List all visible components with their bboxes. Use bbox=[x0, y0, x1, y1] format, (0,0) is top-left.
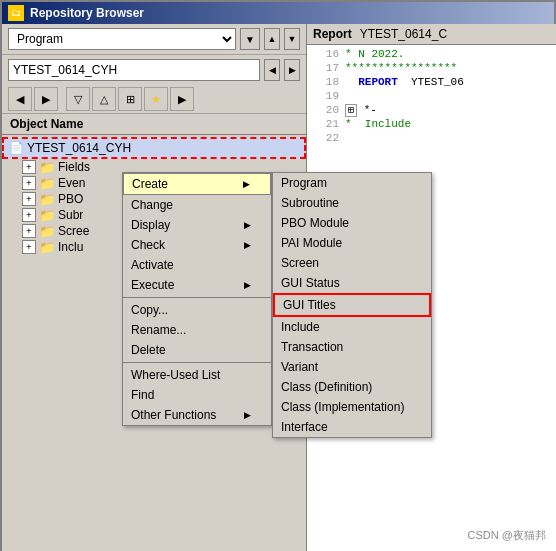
ctx-execute[interactable]: Execute ▶ bbox=[123, 275, 271, 295]
code-line-18: 18 REPORT YTEST_06 bbox=[307, 75, 556, 89]
report-value: YTEST_0614_C bbox=[360, 27, 447, 41]
folder-icon-subr: 📁 bbox=[39, 208, 55, 222]
line-num-21: 21 bbox=[311, 118, 339, 130]
input-row: ◀ ▶ bbox=[2, 55, 306, 85]
sub-program[interactable]: Program bbox=[273, 173, 431, 193]
ctx-sep-2 bbox=[123, 362, 271, 363]
tree-label-subr: Subr bbox=[58, 208, 83, 222]
forward-btn[interactable]: ▶ bbox=[34, 87, 58, 111]
object-name-input[interactable] bbox=[8, 59, 260, 81]
ctx-execute-arrow: ▶ bbox=[244, 280, 251, 290]
root-icon: 📄 bbox=[8, 141, 24, 155]
ctx-delete[interactable]: Delete bbox=[123, 340, 271, 360]
context-menu: Create ▶ Change Display ▶ Check ▶ Activa… bbox=[122, 172, 272, 426]
ctx-where-used[interactable]: Where-Used List bbox=[123, 365, 271, 385]
code-line-20: 20 ⊞ *- bbox=[307, 103, 556, 117]
code-line-22: 22 bbox=[307, 131, 556, 145]
tree-label-pbo: PBO bbox=[58, 192, 83, 206]
folder-icon-inclu: 📁 bbox=[39, 240, 55, 254]
line-num-22: 22 bbox=[311, 132, 339, 144]
sub-pbo-module[interactable]: PBO Module bbox=[273, 213, 431, 233]
ctx-copy[interactable]: Copy... bbox=[123, 300, 271, 320]
report-label: Report bbox=[313, 27, 352, 41]
expand-pbo[interactable]: + bbox=[22, 192, 36, 206]
line-num-18: 18 bbox=[311, 76, 339, 88]
folder-icon-fields: 📁 bbox=[39, 160, 55, 174]
expand-fields[interactable]: + bbox=[22, 160, 36, 174]
line-num-19: 19 bbox=[311, 90, 339, 102]
line-num-17: 17 bbox=[311, 62, 339, 74]
watermark: CSDN @夜猫邦 bbox=[468, 528, 546, 543]
sub-transaction[interactable]: Transaction bbox=[273, 337, 431, 357]
sub-pai-module[interactable]: PAI Module bbox=[273, 233, 431, 253]
code-area: 16 * N 2022. 17 ***************** 18 REP… bbox=[307, 45, 556, 147]
sub-include[interactable]: Include bbox=[273, 317, 431, 337]
more-btn[interactable]: ▶ bbox=[170, 87, 194, 111]
ctx-rename[interactable]: Rename... bbox=[123, 320, 271, 340]
ctx-check-arrow: ▶ bbox=[244, 240, 251, 250]
report-header: Report YTEST_0614_C bbox=[307, 24, 556, 45]
ctx-create-arrow: ▶ bbox=[243, 179, 250, 189]
line-num-16: 16 bbox=[311, 48, 339, 60]
sub-interface[interactable]: Interface bbox=[273, 417, 431, 437]
scroll-up-btn[interactable]: ▲ bbox=[264, 28, 280, 50]
expand-subr[interactable]: + bbox=[22, 208, 36, 222]
expand-scree[interactable]: + bbox=[22, 224, 36, 238]
sub-variant[interactable]: Variant bbox=[273, 357, 431, 377]
ctx-display[interactable]: Display ▶ bbox=[123, 215, 271, 235]
ctx-sep-1 bbox=[123, 297, 271, 298]
ctx-change[interactable]: Change bbox=[123, 195, 271, 215]
app-icon: 🗂 bbox=[8, 5, 24, 21]
sub-class-impl[interactable]: Class (Implementation) bbox=[273, 397, 431, 417]
code-line-19: 19 bbox=[307, 89, 556, 103]
back-btn[interactable]: ◀ bbox=[8, 87, 32, 111]
tree-label-scree: Scree bbox=[58, 224, 89, 238]
submenu: Program Subroutine PBO Module PAI Module… bbox=[272, 172, 432, 438]
folder-icon-events: 📁 bbox=[39, 176, 55, 190]
folder-icon-scree: 📁 bbox=[39, 224, 55, 238]
title-bar: 🗂 Repository Browser bbox=[2, 2, 554, 24]
sort-btn[interactable]: △ bbox=[92, 87, 116, 111]
tree-label-events: Even bbox=[58, 176, 85, 190]
ctx-find[interactable]: Find bbox=[123, 385, 271, 405]
object-type-dropdown[interactable]: Program Function Group Class bbox=[8, 28, 236, 50]
nav-right-btn[interactable]: ▶ bbox=[284, 59, 300, 81]
window-title: Repository Browser bbox=[30, 6, 144, 20]
sub-screen[interactable]: Screen bbox=[273, 253, 431, 273]
line-num-20: 20 bbox=[311, 104, 339, 116]
tree-root-label: YTEST_0614_CYH bbox=[27, 141, 131, 155]
nav-left-btn[interactable]: ◀ bbox=[264, 59, 280, 81]
scroll-down-btn[interactable]: ▼ bbox=[284, 28, 300, 50]
code-line-17: 17 ***************** bbox=[307, 61, 556, 75]
code-line-21: 21 * Include bbox=[307, 117, 556, 131]
ctx-activate[interactable]: Activate bbox=[123, 255, 271, 275]
tree-root-item[interactable]: 📄 YTEST_0614_CYH bbox=[2, 137, 306, 159]
dropdown-row: Program Function Group Class ▼ ▲ ▼ bbox=[2, 24, 306, 55]
sub-class-def[interactable]: Class (Definition) bbox=[273, 377, 431, 397]
star-btn[interactable]: ★ bbox=[144, 87, 168, 111]
ctx-other-arrow: ▶ bbox=[244, 410, 251, 420]
sub-subroutine[interactable]: Subroutine bbox=[273, 193, 431, 213]
tree-label-inclu: Inclu bbox=[58, 240, 83, 254]
ctx-other[interactable]: Other Functions ▶ bbox=[123, 405, 271, 425]
sub-gui-status[interactable]: GUI Status bbox=[273, 273, 431, 293]
folder-icon-pbo: 📁 bbox=[39, 192, 55, 206]
ctx-create[interactable]: Create ▶ bbox=[123, 173, 271, 195]
tree-label-fields: Fields bbox=[58, 160, 90, 174]
code-line-16: 16 * N 2022. bbox=[307, 47, 556, 61]
toolbar: ◀ ▶ ▽ △ ⊞ ★ ▶ bbox=[2, 85, 306, 114]
tree-btn[interactable]: ⊞ bbox=[118, 87, 142, 111]
col-header: Object Name bbox=[2, 114, 306, 135]
expand-inclu[interactable]: + bbox=[22, 240, 36, 254]
expand-events[interactable]: + bbox=[22, 176, 36, 190]
sub-gui-titles[interactable]: GUI Titles bbox=[273, 293, 431, 317]
ctx-check[interactable]: Check ▶ bbox=[123, 235, 271, 255]
dropdown-expand-btn[interactable]: ▼ bbox=[240, 28, 260, 50]
filter-btn[interactable]: ▽ bbox=[66, 87, 90, 111]
ctx-display-arrow: ▶ bbox=[244, 220, 251, 230]
